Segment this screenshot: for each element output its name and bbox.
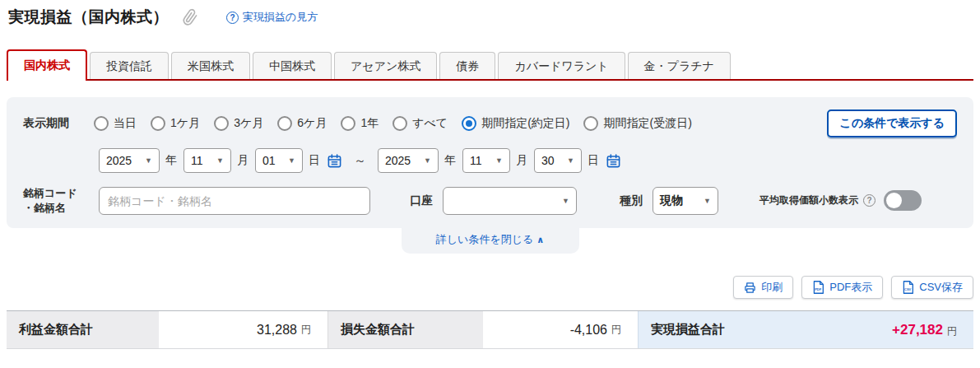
tab-covered-warrant[interactable]: カバードワラント <box>498 52 625 81</box>
help-link-label: 実現損益の見方 <box>243 10 318 25</box>
apply-filter-button[interactable]: この条件で表示する <box>827 109 957 137</box>
filter-panel: 表示期間 当日 1ケ月 3ケ月 6ケ月 1年 <box>7 97 973 228</box>
radio-circle-icon <box>392 116 407 131</box>
radio-circle-icon <box>277 116 292 131</box>
yen-unit: 円 <box>611 323 621 337</box>
print-button[interactable]: 印刷 <box>733 276 793 299</box>
tab-investment-trust[interactable]: 投資信託 <box>90 52 169 81</box>
day-unit: 日 <box>588 153 599 168</box>
year-unit: 年 <box>165 153 177 168</box>
month-unit: 月 <box>516 153 527 168</box>
type-label: 種別 <box>620 193 643 208</box>
profit-total-value: 31,288円 <box>159 311 327 348</box>
avg-price-decimal-toggle[interactable] <box>884 190 922 211</box>
radio-selected-icon <box>462 116 476 131</box>
svg-text:CSV: CSV <box>904 287 912 291</box>
month-unit: 月 <box>237 153 248 168</box>
tab-asean-stock[interactable]: アセアン株式 <box>334 52 437 81</box>
from-calendar-button[interactable] <box>327 153 342 169</box>
realized-pl-total-value: +27,182円 <box>892 322 957 338</box>
printer-icon <box>744 282 756 294</box>
tab-us-stock[interactable]: 米国株式 <box>171 52 250 81</box>
page-header: 実現損益（国内株式） ? 実現損益の見方 <box>0 0 980 26</box>
calendar-icon <box>606 153 621 169</box>
csv-file-icon: CSV <box>902 281 914 294</box>
period-label: 表示期間 <box>23 116 94 131</box>
chevron-up-icon: ∧ <box>536 235 544 245</box>
tab-domestic-stock[interactable]: 国内株式 <box>7 49 87 81</box>
realized-pl-total-cell: 実現損益合計 +27,182円 <box>638 311 973 348</box>
product-tabbar: 国内株式 投資信託 米国株式 中国株式 アセアン株式 債券 カバードワラント 金… <box>7 49 973 81</box>
to-day-select[interactable]: 30 ▼ <box>534 148 582 173</box>
radio-1month[interactable]: 1ケ月 <box>151 116 200 131</box>
radio-circle-icon <box>341 116 355 131</box>
chevron-down-icon: ▼ <box>567 156 574 165</box>
type-select[interactable]: 現物 ▼ <box>653 187 718 215</box>
chevron-down-icon: ▼ <box>562 197 569 205</box>
tab-bonds[interactable]: 債券 <box>439 52 495 81</box>
radio-6months[interactable]: 6ケ月 <box>277 116 327 131</box>
radio-circle-icon <box>151 116 165 131</box>
chevron-down-icon: ▼ <box>424 156 431 165</box>
toggle-knob <box>886 193 902 208</box>
stock-code-input[interactable] <box>99 187 370 215</box>
tab-gold-platinum[interactable]: 金・プラチナ <box>628 52 731 81</box>
chevron-down-icon: ▼ <box>145 156 152 165</box>
summary-table: 利益金額合計 31,288円 損失金額合計 -4,106円 実現損益合計 +27… <box>7 310 973 349</box>
yen-unit: 円 <box>947 325 957 337</box>
date-range-row: 2025 ▼ 年 11 ▼ 月 01 ▼ 日 ～ 2025 <box>23 148 957 173</box>
loss-total-label: 損失金額合計 <box>327 311 483 348</box>
period-row: 表示期間 当日 1ケ月 3ケ月 6ケ月 1年 <box>23 109 957 137</box>
radio-period-settlement-date[interactable]: 期間指定(受渡日) <box>583 116 691 131</box>
avg-price-decimal-label: 平均取得価額小数表示 <box>759 193 858 207</box>
question-circle-icon: ? <box>863 194 875 207</box>
stock-filter-row: 銘柄コード ・銘柄名 口座 ▼ 種別 現物 ▼ 平均取得価額小数表示 ? <box>23 186 957 215</box>
export-actions: 印刷 PDF PDF表示 CSV CSV保存 <box>7 276 973 299</box>
to-year-select[interactable]: 2025 ▼ <box>378 148 439 173</box>
pdf-button[interactable]: PDF PDF表示 <box>801 276 883 299</box>
from-year-select[interactable]: 2025 ▼ <box>99 148 160 173</box>
calendar-icon <box>327 153 342 169</box>
svg-text:PDF: PDF <box>815 287 822 291</box>
from-day-select[interactable]: 01 ▼ <box>255 148 303 173</box>
year-unit: 年 <box>444 153 456 168</box>
from-month-select[interactable]: 11 ▼ <box>183 148 231 173</box>
question-circle-icon: ? <box>226 12 239 24</box>
paperclip-icon <box>182 9 198 26</box>
chevron-down-icon: ▼ <box>216 156 224 165</box>
tab-china-stock[interactable]: 中国株式 <box>253 52 332 81</box>
radio-circle-icon <box>214 116 229 131</box>
profit-total-label: 利益金額合計 <box>7 311 159 348</box>
radio-circle-icon <box>94 116 109 131</box>
help-link[interactable]: ? 実現損益の見方 <box>226 10 318 25</box>
radio-circle-icon <box>583 116 598 131</box>
to-calendar-button[interactable] <box>606 153 621 169</box>
range-separator: ～ <box>354 153 366 169</box>
yen-unit: 円 <box>301 323 311 337</box>
stock-code-label: 銘柄コード ・銘柄名 <box>23 186 99 215</box>
radio-period-trade-date[interactable]: 期間指定(約定日) <box>462 116 569 131</box>
realized-pl-total-label: 実現損益合計 <box>651 322 725 338</box>
account-label: 口座 <box>410 193 433 208</box>
chevron-down-icon: ▼ <box>288 156 295 165</box>
loss-total-value: -4,106円 <box>483 311 638 348</box>
account-select[interactable]: ▼ <box>443 187 577 215</box>
radio-all[interactable]: すべて <box>392 116 448 131</box>
csv-button[interactable]: CSV CSV保存 <box>891 276 973 299</box>
day-unit: 日 <box>309 153 320 168</box>
radio-3months[interactable]: 3ケ月 <box>214 116 263 131</box>
chevron-down-icon: ▼ <box>495 156 503 165</box>
chevron-down-icon: ▼ <box>704 197 711 205</box>
realized-pl-page: 実現損益（国内株式） ? 実現損益の見方 国内株式 投資信託 米国株式 中国株式… <box>0 0 980 368</box>
pdf-file-icon: PDF <box>812 281 824 294</box>
collapse-conditions-link[interactable]: 詳しい条件を閉じる∧ <box>402 228 579 254</box>
radio-today[interactable]: 当日 <box>94 116 137 131</box>
to-month-select[interactable]: 11 ▼ <box>462 148 510 173</box>
page-title: 実現損益（国内株式） <box>8 7 169 28</box>
radio-1year[interactable]: 1年 <box>341 116 379 131</box>
